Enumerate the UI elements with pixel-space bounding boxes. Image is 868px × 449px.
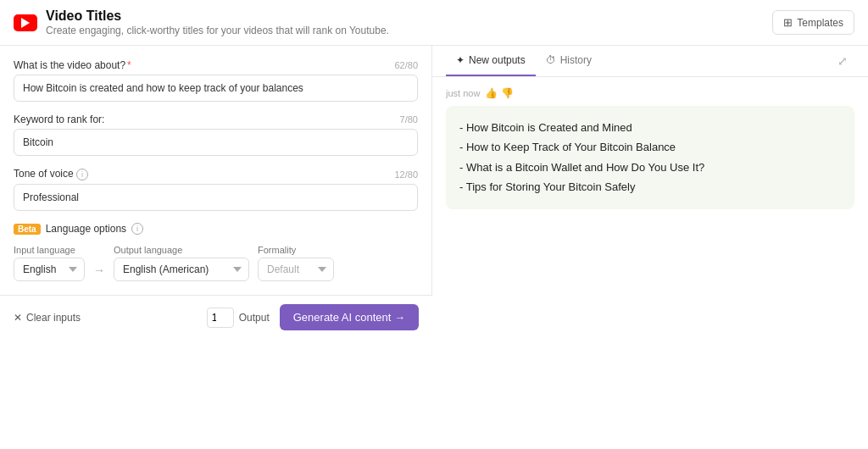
output-area: just now 👍 👎 - How Bitcoin is Created an…: [432, 77, 868, 449]
left-panel-wrap: What is the video about?* 62/80 Keyword …: [0, 46, 432, 449]
output-line-2: - How to Keep Track of Your Bitcoin Bala…: [459, 137, 841, 157]
new-outputs-tab-label: New outputs: [469, 54, 526, 66]
tab-history[interactable]: ⏱ History: [536, 46, 602, 76]
keyword-label-row: Keyword to rank for: 7/80: [14, 114, 418, 125]
thumbs-down-icon[interactable]: 👎: [501, 87, 514, 99]
output-line-1: - How Bitcoin is Created and Mined: [459, 118, 841, 137]
templates-icon: ⊞: [783, 16, 793, 29]
youtube-logo-icon: [14, 14, 37, 31]
output-line-4: - Tips for Storing Your Bitcoin Safely: [459, 177, 841, 197]
history-icon: ⏱: [546, 54, 556, 66]
output-count-input[interactable]: [207, 308, 234, 328]
timestamp-text: just now: [446, 88, 480, 98]
tone-label-row: Tone of voice i 12/80: [14, 168, 418, 180]
arrow-separator: →: [93, 263, 105, 277]
language-controls: Input language English Spanish French Ge…: [14, 245, 418, 281]
main-content: What is the video about?* 62/80 Keyword …: [0, 46, 868, 449]
clear-icon: ✕: [14, 312, 22, 324]
templates-button[interactable]: ⊞ Templates: [772, 10, 854, 35]
output-line-3: - What is a Bitcoin Wallet and How Do Yo…: [459, 158, 841, 177]
tone-label: Tone of voice i: [14, 168, 88, 180]
input-language-label: Input language: [14, 245, 85, 255]
video-about-label-row: What is the video about?* 62/80: [14, 59, 418, 71]
output-content: - How Bitcoin is Created and Mined - How…: [446, 106, 854, 209]
tone-count: 12/80: [394, 169, 418, 180]
keyword-input[interactable]: [14, 129, 418, 156]
tab-new-outputs[interactable]: ✦ New outputs: [446, 46, 536, 76]
keyword-group: Keyword to rank for: 7/80: [14, 114, 418, 156]
output-language-select[interactable]: English (American) English (British) Spa…: [114, 258, 249, 281]
right-tabs: ✦ New outputs ⏱ History ⤢: [432, 46, 868, 77]
clear-inputs-label: Clear inputs: [26, 312, 81, 324]
language-group: Beta Language options i Input language E…: [14, 223, 418, 281]
top-bar: Video Titles Create engaging, click-wort…: [0, 0, 868, 46]
generate-label: Generate AI content →: [293, 311, 405, 324]
language-info-icon[interactable]: i: [131, 223, 143, 235]
output-label: Output: [239, 312, 270, 324]
tone-group: Tone of voice i 12/80: [14, 168, 418, 211]
language-section-label: Language options: [46, 223, 126, 235]
timestamp-actions: 👍 👎: [485, 87, 514, 99]
video-about-count: 62/80: [394, 60, 418, 70]
tone-input[interactable]: [14, 184, 418, 211]
output-language-label: Output language: [114, 245, 249, 255]
new-outputs-icon: ✦: [456, 54, 465, 66]
output-count-group: Output: [207, 308, 270, 328]
output-language-field: Output language English (American) Engli…: [114, 245, 249, 281]
input-language-select[interactable]: English Spanish French German: [14, 258, 85, 281]
tone-info-icon[interactable]: i: [76, 169, 88, 180]
beta-badge: Beta: [14, 224, 41, 235]
expand-icon[interactable]: ⤢: [831, 47, 854, 75]
title-block: Video Titles Create engaging, click-wort…: [46, 8, 764, 36]
generate-button[interactable]: Generate AI content →: [280, 304, 419, 330]
video-about-input[interactable]: [14, 75, 418, 102]
formality-field: Formality Default Formal Informal: [258, 245, 334, 281]
formality-select[interactable]: Default Formal Informal: [258, 258, 334, 281]
language-section-header: Beta Language options i: [14, 223, 418, 235]
keyword-label: Keyword to rank for:: [14, 114, 104, 125]
clear-inputs-button[interactable]: ✕ Clear inputs: [14, 312, 81, 324]
input-language-field: Input language English Spanish French Ge…: [14, 245, 85, 281]
bottom-bar: ✕ Clear inputs Output Generate AI conten…: [0, 295, 432, 339]
left-panel: What is the video about?* 62/80 Keyword …: [0, 46, 432, 295]
history-tab-label: History: [560, 54, 592, 66]
page-title: Video Titles: [46, 8, 764, 24]
keyword-count: 7/80: [400, 114, 418, 125]
formality-label: Formality: [258, 245, 334, 255]
output-timestamp: just now 👍 👎: [446, 87, 854, 99]
video-about-group: What is the video about?* 62/80: [14, 59, 418, 102]
templates-label: Templates: [797, 17, 843, 29]
right-panel: ✦ New outputs ⏱ History ⤢ just now 👍 👎 -…: [432, 46, 868, 449]
thumbs-up-icon[interactable]: 👍: [485, 87, 498, 99]
page-subtitle: Create engaging, click-worthy titles for…: [46, 25, 764, 36]
video-about-label: What is the video about?*: [14, 59, 131, 71]
